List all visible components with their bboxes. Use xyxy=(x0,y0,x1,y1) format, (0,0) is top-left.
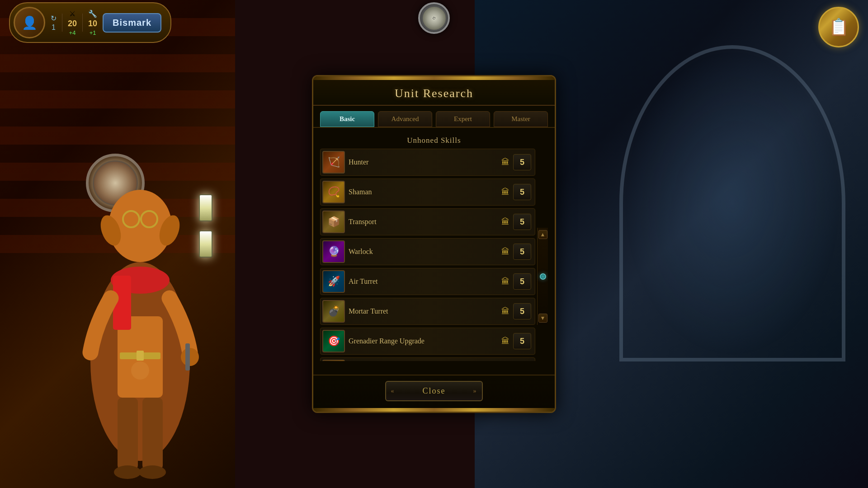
skill-row-mortar-turret[interactable]: 💣 Mortar Turret 🏛 5 xyxy=(320,298,535,325)
close-button[interactable]: Close xyxy=(385,381,482,401)
corner-ornament[interactable]: 📋 xyxy=(818,7,859,47)
top-ornament xyxy=(313,76,555,80)
shaman-cost-icon: 🏛 xyxy=(501,188,509,197)
skill-row-hunter[interactable]: 🏹 Hunter 🏛 5 xyxy=(320,149,535,176)
skill-row-air-turret[interactable]: 🚀 Air Turret 🏛 5 xyxy=(320,268,535,295)
dialog-scrollbar: ▲ ▼ xyxy=(537,228,548,325)
mortar-turret-cost-icon: 🏛 xyxy=(501,307,509,316)
refresh-icon: ↻ xyxy=(51,14,57,23)
tab-expert[interactable]: Expert xyxy=(436,111,490,127)
skill-row-transport[interactable]: 📦 Transport 🏛 5 xyxy=(320,208,535,235)
svg-rect-8 xyxy=(142,398,163,470)
scroll-indicator xyxy=(540,273,546,280)
player-name: Bismark xyxy=(103,13,161,33)
scroll-up-arrow: ▲ xyxy=(540,231,546,238)
arch-decoration xyxy=(619,45,845,361)
skill-row-grenadier[interactable]: 🎯 Grenadier Range Upgrade 🏛 5 xyxy=(320,328,535,355)
grenadier-name: Grenadier Range Upgrade xyxy=(349,337,498,345)
trooper-icon: ⚡ xyxy=(322,360,345,361)
air-turret-cost-icon: 🏛 xyxy=(501,277,509,286)
shaman-count: 5 xyxy=(513,184,531,200)
hunter-icon: 🏹 xyxy=(322,151,345,174)
svg-point-9 xyxy=(114,465,141,479)
gear-delta: +1 xyxy=(90,29,96,36)
svg-rect-17 xyxy=(137,351,144,361)
hunter-cost-icon: 🏛 xyxy=(501,158,509,167)
tab-basic[interactable]: Basic xyxy=(320,111,374,127)
character-figure xyxy=(54,117,226,488)
skill-row-trooper[interactable]: ⚡ Trooper Speed Upgrade 🏛 5 xyxy=(320,357,535,361)
dialog-content: Unhoned Skills 🏹 Hunter 🏛 5 xyxy=(313,128,555,375)
sword-stat-group: ⚔ 20 +4 xyxy=(68,9,77,36)
clock-ornament: ⏱ xyxy=(418,2,450,34)
svg-point-18 xyxy=(131,361,149,380)
sword-delta: +4 xyxy=(69,29,76,36)
scroll-down-button[interactable]: ▼ xyxy=(538,314,547,323)
shaman-icon: 📿 xyxy=(322,181,345,203)
svg-point-10 xyxy=(139,465,166,479)
scroll-up-button[interactable]: ▲ xyxy=(538,230,547,239)
unit-research-dialog: Unit Research Basic Advanced Expert Mast… xyxy=(312,75,556,413)
warlock-cost-icon: 🏛 xyxy=(501,247,509,257)
svg-rect-7 xyxy=(118,398,138,470)
dialog-footer: Close xyxy=(313,375,555,408)
air-turret-name: Air Turret xyxy=(349,277,498,286)
shaman-name: Shaman xyxy=(349,188,498,196)
gear-value: 10 xyxy=(88,19,97,28)
sword-value: 20 xyxy=(68,19,77,28)
gear-stat-group: 🔧 10 +1 xyxy=(88,9,97,36)
hunter-name: Hunter xyxy=(349,158,498,166)
skill-scroll-container: 🏹 Hunter 🏛 5 📿 Shaman 🏛 5 xyxy=(320,149,548,361)
mortar-turret-icon: 💣 xyxy=(322,300,345,323)
warlock-name: Warlock xyxy=(349,248,498,256)
dialog-container: Unit Research Basic Advanced Expert Mast… xyxy=(312,75,556,413)
refresh-group: ↻ 1 xyxy=(51,14,57,32)
tab-advanced[interactable]: Advanced xyxy=(378,111,432,127)
warlock-icon: 🔮 xyxy=(322,240,345,263)
tab-master[interactable]: Master xyxy=(494,111,548,127)
air-turret-icon: 🚀 xyxy=(322,270,345,293)
bottom-ornament xyxy=(313,408,555,412)
transport-cost-icon: 🏛 xyxy=(501,217,509,227)
transport-count: 5 xyxy=(513,214,531,230)
hunter-count: 5 xyxy=(513,154,531,170)
gear-icon: 🔧 xyxy=(88,9,97,18)
transport-icon: 📦 xyxy=(322,211,345,233)
top-right-button[interactable]: 📋 xyxy=(818,7,859,47)
tabs-row: Basic Advanced Expert Master xyxy=(313,106,555,128)
dialog-title-area: Unit Research xyxy=(313,80,555,106)
skill-row-warlock[interactable]: 🔮 Warlock 🏛 5 xyxy=(320,238,535,265)
grenadier-icon: 🎯 xyxy=(322,330,345,352)
transport-name: Transport xyxy=(349,218,498,226)
section-header: Unhoned Skills xyxy=(320,132,548,149)
skill-row-shaman[interactable]: 📿 Shaman 🏛 5 xyxy=(320,178,535,206)
sword-icon: ⚔ xyxy=(69,9,75,18)
player-info-panel: 👤 ↻ 1 ⚔ 20 +4 🔧 10 +1 Bismark xyxy=(9,2,171,43)
grenadier-count: 5 xyxy=(513,333,531,349)
air-turret-count: 5 xyxy=(513,273,531,290)
mortar-turret-count: 5 xyxy=(513,303,531,319)
dialog-title: Unit Research xyxy=(322,87,546,100)
skill-list: 🏹 Hunter 🏛 5 📿 Shaman 🏛 5 xyxy=(320,149,535,361)
svg-rect-12 xyxy=(185,343,190,371)
grenadier-cost-icon: 🏛 xyxy=(501,337,509,346)
scroll-down-arrow: ▼ xyxy=(540,315,546,322)
document-icon: 📋 xyxy=(829,18,849,37)
player-avatar: 👤 xyxy=(14,7,45,38)
warlock-count: 5 xyxy=(513,244,531,260)
refresh-value: 1 xyxy=(52,23,56,32)
mortar-turret-name: Mortar Turret xyxy=(349,307,498,315)
